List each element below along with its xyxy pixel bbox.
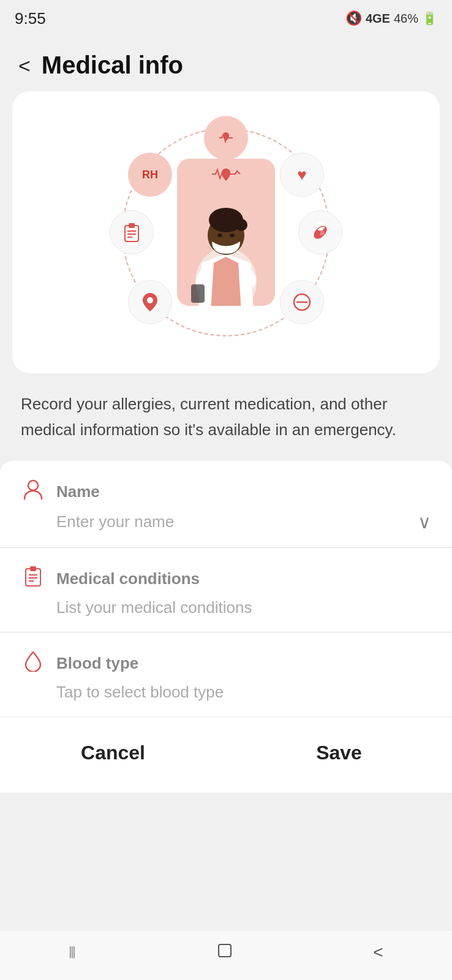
navigation-bar: ⦀ < — [0, 931, 452, 980]
pill-icon — [298, 210, 342, 254]
blood-type-label: Blood type — [56, 654, 138, 673]
name-field[interactable]: Name Enter your name ∨ — [0, 461, 452, 548]
location-icon — [128, 280, 172, 324]
medical-conditions-value[interactable]: List your medical conditions — [21, 598, 431, 617]
save-button[interactable]: Save — [226, 732, 452, 774]
status-time: 9:55 — [15, 9, 46, 28]
battery-icon: 🔋 — [422, 11, 437, 26]
svg-rect-25 — [219, 944, 231, 957]
name-field-header: Name — [21, 478, 431, 505]
clipboard-icon — [110, 210, 154, 254]
illustration-card: RH ♥ — [12, 91, 440, 373]
blood-type-header: Blood type — [21, 650, 431, 677]
description-text: Record your allergies, current medicatio… — [21, 392, 431, 443]
rh-icon: RH — [128, 153, 172, 197]
description-section: Record your allergies, current medicatio… — [0, 373, 452, 455]
status-bar: 9:55 🔇 4GE 46% 🔋 — [0, 0, 452, 37]
illustration-scene: RH ♥ — [110, 116, 342, 349]
blood-drop-icon — [21, 650, 45, 677]
action-bar: Cancel Save — [0, 716, 452, 792]
name-value[interactable]: Enter your name ∨ — [21, 511, 431, 533]
no-entry-icon — [280, 280, 324, 324]
heart-monitor-icon — [204, 116, 248, 160]
rh-label: RH — [142, 169, 158, 181]
medical-conditions-header: Medical conditions — [21, 565, 431, 592]
svg-rect-18 — [191, 284, 205, 303]
svg-point-14 — [217, 234, 222, 237]
svg-rect-1 — [129, 223, 135, 228]
name-chevron-icon: ∨ — [418, 511, 431, 533]
svg-point-17 — [235, 219, 247, 231]
medical-clipboard-icon — [21, 565, 45, 592]
header: < Medical info — [0, 37, 452, 91]
medical-conditions-field[interactable]: Medical conditions List your medical con… — [0, 548, 452, 632]
back-button[interactable]: < — [18, 55, 31, 76]
person-icon — [21, 478, 45, 505]
svg-point-9 — [147, 297, 153, 303]
medical-conditions-placeholder: List your medical conditions — [56, 598, 252, 617]
svg-point-15 — [230, 234, 235, 237]
cancel-button[interactable]: Cancel — [0, 732, 226, 774]
status-right-icons: 🔇 4GE 46% 🔋 — [345, 10, 437, 26]
form-section: Name Enter your name ∨ Medical condition… — [0, 461, 452, 792]
blood-type-value[interactable]: Tap to select blood type — [21, 683, 431, 702]
svg-point-19 — [28, 481, 38, 490]
name-placeholder: Enter your name — [56, 512, 174, 531]
svg-rect-21 — [30, 566, 36, 571]
medical-conditions-label: Medical conditions — [56, 569, 200, 588]
recent-apps-icon[interactable]: ⦀ — [69, 943, 76, 963]
battery-label: 46% — [394, 12, 418, 26]
page-title: Medical info — [42, 51, 183, 79]
name-label: Name — [56, 482, 100, 501]
central-doctor-figure — [177, 159, 275, 306]
blood-type-placeholder: Tap to select blood type — [56, 683, 224, 702]
blood-type-field[interactable]: Blood type Tap to select blood type — [0, 632, 452, 716]
signal-label: 4GE — [366, 12, 390, 26]
svg-rect-8 — [316, 230, 320, 235]
back-nav-icon[interactable]: < — [373, 943, 383, 962]
home-icon[interactable] — [214, 940, 236, 966]
small-heart-icon: ♥ — [280, 153, 324, 197]
mute-icon: 🔇 — [345, 10, 362, 26]
